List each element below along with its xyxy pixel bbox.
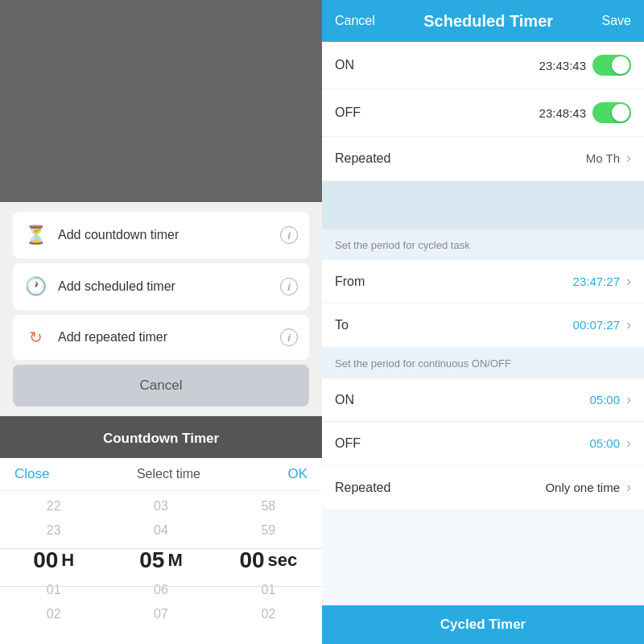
repeated-row-right: Mo Th ›: [580, 150, 631, 167]
off-row-right: 23:48:43: [539, 102, 631, 123]
menu-section: ⏳ Add countdown timer i 🕐 Add scheduled …: [0, 202, 322, 416]
off-row[interactable]: OFF 23:48:43: [322, 89, 644, 137]
repeated-label: Repeated: [335, 151, 390, 166]
bottom-repeated-section: Repeated Only one time ›: [322, 466, 644, 509]
to-row[interactable]: To 00:07:27 ›: [322, 303, 644, 346]
hours-item-02[interactable]: 02: [0, 602, 107, 626]
to-chevron-icon: ›: [626, 316, 631, 333]
scheduled-info-icon[interactable]: i: [280, 278, 298, 295]
repeated-icon: ↻: [24, 328, 47, 347]
bottom-repeated-right: Only one time ›: [545, 479, 631, 496]
continuous-section-text: Set the period for continuous ON/OFF: [335, 357, 511, 369]
continuous-on-value: 05:00: [589, 393, 620, 407]
off-label: OFF: [335, 105, 361, 120]
right-panel: Cancel Scheduled Timer Save ON 23:43:43 …: [322, 0, 644, 644]
minutes-item-07[interactable]: 07: [107, 602, 214, 626]
hours-item-22[interactable]: 22: [0, 494, 107, 518]
hours-item-selected[interactable]: 00 H: [0, 543, 107, 578]
cycled-timer-label: Cycled Timer: [440, 617, 526, 632]
seconds-value: 00: [239, 547, 264, 573]
minutes-item-04[interactable]: 04: [107, 518, 214, 543]
minutes-value: 05: [139, 547, 164, 573]
off-time-value: 23:48:43: [539, 106, 586, 120]
repeated-row[interactable]: Repeated Mo Th ›: [322, 137, 644, 180]
from-value: 23:47:27: [573, 275, 620, 288]
spacer-area: [322, 181, 644, 229]
bottom-repeated-value: Only one time: [545, 481, 620, 494]
minutes-item-selected[interactable]: 05 M: [107, 543, 214, 578]
picker-close-button[interactable]: Close: [14, 466, 49, 482]
time-picker-bar: Close Select time OK: [0, 458, 322, 491]
right-header: Cancel Scheduled Timer Save: [322, 0, 644, 42]
seconds-item-02[interactable]: 02: [215, 602, 322, 626]
seconds-item-59[interactable]: 59: [215, 518, 322, 543]
continuous-on-label: ON: [335, 393, 354, 407]
countdown-section: Countdown Timer: [0, 416, 322, 458]
seconds-picker-column[interactable]: 58 59 00 sec 01 02: [215, 491, 322, 644]
minutes-item-03[interactable]: 03: [107, 494, 214, 518]
hours-picker-column[interactable]: 22 23 00 H 01 02: [0, 491, 107, 644]
countdown-timer-label: Add countdown timer: [58, 228, 179, 242]
hours-item-01[interactable]: 01: [0, 578, 107, 602]
bottom-repeated-chevron-icon: ›: [626, 479, 631, 496]
to-row-right: 00:07:27 ›: [573, 316, 631, 333]
add-countdown-timer-item[interactable]: ⏳ Add countdown timer i: [13, 212, 309, 258]
left-top-area: [0, 0, 322, 202]
continuous-off-right: 05:00 ›: [589, 435, 631, 452]
on-row[interactable]: ON 23:43:43: [322, 42, 644, 89]
on-row-right: 23:43:43: [539, 55, 631, 76]
countdown-title: Countdown Timer: [0, 424, 322, 453]
repeated-timer-label: Add repeated timer: [58, 330, 167, 345]
scheduled-timer-label: Add scheduled timer: [58, 279, 175, 294]
continuous-off-row[interactable]: OFF 05:00 ›: [322, 422, 644, 464]
on-off-section: ON 23:43:43 OFF 23:48:43 Repeated Mo Th …: [322, 42, 644, 180]
add-repeated-timer-item[interactable]: ↻ Add repeated timer i: [13, 315, 309, 360]
hours-item-23[interactable]: 23: [0, 518, 107, 543]
on-toggle[interactable]: [592, 55, 631, 76]
countdown-info-icon[interactable]: i: [280, 226, 298, 244]
add-scheduled-timer-item[interactable]: 🕐 Add scheduled timer i: [13, 263, 309, 310]
to-value: 00:07:27: [573, 318, 620, 332]
continuous-off-value: 05:00: [589, 436, 620, 450]
picker-ok-button[interactable]: OK: [287, 466, 308, 482]
bottom-repeated-label: Repeated: [335, 481, 390, 495]
continuous-on-row[interactable]: ON 05:00 ›: [322, 378, 644, 422]
seconds-item-selected[interactable]: 00 sec: [215, 543, 322, 578]
from-row-right: 23:47:27 ›: [573, 273, 631, 290]
from-label: From: [335, 275, 365, 289]
from-row[interactable]: From 23:47:27 ›: [322, 260, 644, 303]
minutes-item-06[interactable]: 06: [107, 578, 214, 602]
on-label: ON: [335, 58, 354, 72]
cycled-timer-bottom: Cycled Timer: [322, 605, 644, 644]
continuous-off-label: OFF: [335, 436, 361, 451]
seconds-item-01[interactable]: 01: [215, 578, 322, 602]
cycled-section-header: Set the period for cycled task: [322, 229, 644, 260]
picker-select-label: Select time: [137, 467, 200, 481]
repeated-days-value: Mo Th: [586, 151, 620, 165]
menu-item-left-3: ↻ Add repeated timer: [24, 328, 167, 347]
scheduled-timer-title: Scheduled Timer: [423, 12, 553, 31]
seconds-unit: sec: [268, 550, 298, 571]
picker-columns: 22 23 00 H 01 02 03 04 05 M 06 07 58 59: [0, 491, 322, 644]
menu-cancel-button[interactable]: Cancel: [13, 365, 309, 407]
hours-unit: H: [61, 550, 74, 571]
off-toggle[interactable]: [592, 102, 631, 123]
repeated-info-icon[interactable]: i: [280, 328, 298, 346]
left-panel: ⏳ Add countdown timer i 🕐 Add scheduled …: [0, 0, 322, 644]
from-section: From 23:47:27 › To 00:07:27 ›: [322, 260, 644, 346]
on-time-value: 23:43:43: [539, 59, 586, 72]
menu-item-left: ⏳ Add countdown timer: [24, 225, 179, 246]
continuous-section: ON 05:00 › OFF 05:00 ›: [322, 378, 644, 464]
continuous-section-header: Set the period for continuous ON/OFF: [322, 348, 644, 378]
scheduled-icon: 🕐: [24, 276, 47, 297]
continuous-on-chevron-icon: ›: [626, 391, 631, 408]
minutes-unit: M: [167, 550, 182, 571]
repeated-chevron-icon: ›: [626, 150, 631, 167]
to-label: To: [335, 318, 349, 332]
seconds-item-58[interactable]: 58: [215, 494, 322, 518]
continuous-on-right: 05:00 ›: [589, 391, 631, 408]
bottom-repeated-row[interactable]: Repeated Only one time ›: [322, 466, 644, 509]
minutes-picker-column[interactable]: 03 04 05 M 06 07: [107, 491, 214, 644]
scheduled-timer-save-button[interactable]: Save: [602, 14, 631, 28]
scheduled-timer-cancel-button[interactable]: Cancel: [335, 14, 375, 28]
